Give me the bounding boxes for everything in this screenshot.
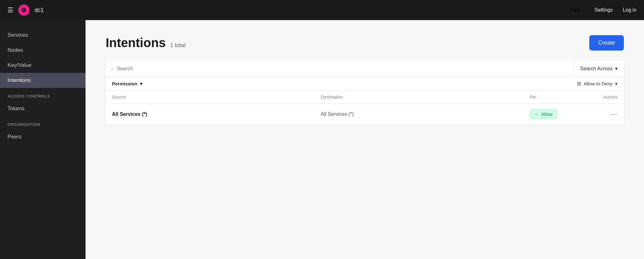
arrow-icon: → [534, 112, 539, 117]
col-header-destination: Destination [321, 94, 530, 100]
sidebar-item-nodes[interactable]: Nodes [0, 43, 86, 58]
sidebar-section-organization: ORGANIZATION [0, 116, 86, 129]
row-destination: All Services (*) [321, 111, 530, 117]
col-header-actions: Actions [580, 94, 618, 100]
settings-link[interactable]: Settings [595, 7, 613, 13]
page-header: Intentions 1 total Create [106, 35, 624, 51]
chevron-down-icon: ▾ [140, 81, 142, 87]
table-row: All Services (*) All Services (*) → Allo… [106, 104, 624, 125]
chevron-down-icon: ▾ [615, 81, 618, 87]
sidebar-item-tokens[interactable]: Tokens [0, 101, 86, 116]
search-row: ⌕ Search Across ▾ [106, 61, 624, 77]
row-actions-menu-button[interactable]: ··· [610, 111, 618, 117]
sidebar-item-keyvalue[interactable]: Key/Value [0, 58, 86, 73]
permission-filter-button[interactable]: Permission ▾ [112, 81, 142, 87]
row-actions: ··· [580, 111, 618, 118]
sidebar-item-intentions[interactable]: Intentions [0, 73, 86, 88]
chevron-down-icon: ▾ [583, 8, 585, 12]
row-source: All Services (*) [112, 111, 321, 117]
col-header-permission: Per [530, 94, 580, 100]
page-count: 1 total [170, 42, 186, 49]
sort-filter-button[interactable]: ⊞ Allow to Deny ▾ [577, 81, 618, 87]
sidebar: Services Nodes Key/Value Intentions ACCE… [0, 20, 86, 259]
hamburger-menu-icon[interactable]: ☰ [8, 6, 13, 14]
sidebar-item-peers[interactable]: Peers [0, 129, 86, 144]
search-input[interactable] [117, 61, 569, 77]
chevron-down-icon: ▾ [615, 66, 618, 72]
table-header: Source Destination Per Actions [106, 91, 624, 104]
search-icon: ⌕ [111, 66, 114, 72]
filter-row: Permission ▾ ⊞ Allow to Deny ▾ [106, 77, 624, 91]
page-title: Intentions [106, 36, 166, 50]
sort-icon: ⊞ [577, 81, 581, 87]
col-header-source: Source [112, 94, 321, 100]
login-link[interactable]: Log in [623, 7, 636, 13]
main-content: Intentions 1 total Create ⌕ Search Acros… [86, 20, 644, 259]
help-button[interactable]: Help ▾ [570, 7, 585, 13]
sidebar-item-services[interactable]: Services [0, 28, 86, 43]
allow-badge: → Allow [530, 109, 557, 119]
app-logo-icon [18, 4, 30, 16]
search-across-button[interactable]: Search Across ▾ [574, 61, 624, 77]
datacenter-label: dc1 [35, 7, 44, 13]
top-navigation: ☰ dc1 Help ▾ Settings Log in [0, 0, 644, 20]
create-button[interactable]: Create [589, 35, 624, 51]
intentions-table-card: ⌕ Search Across ▾ Permission ▾ ⊞ Allow t… [106, 61, 624, 125]
row-permission: → Allow [530, 109, 580, 119]
sidebar-section-access-controls: ACCESS CONTROLS [0, 88, 86, 101]
